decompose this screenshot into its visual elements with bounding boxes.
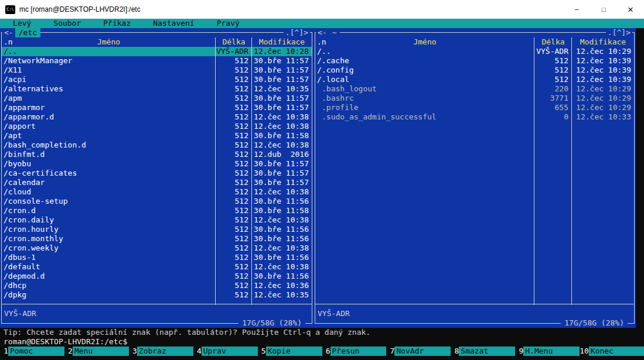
menu-item-3[interactable]: Příkaz bbox=[103, 19, 131, 28]
file-mtime: 30.bře 11:58 bbox=[252, 206, 312, 215]
file-size: 512 bbox=[216, 206, 252, 215]
file-row[interactable]: /.cache51212.čec 10:39 bbox=[315, 56, 634, 66]
right-history-back-icon[interactable]: <- bbox=[316, 28, 329, 37]
file-row[interactable]: /NetworkManager51230.bře 11:57 bbox=[2, 56, 312, 66]
file-row[interactable]: /cron.monthly51230.bře 11:56 bbox=[2, 234, 312, 244]
file-size: 3771 bbox=[534, 94, 572, 103]
fkey-4[interactable]: 4Uprav bbox=[193, 347, 258, 356]
close-button[interactable]: ✕ bbox=[617, 0, 644, 19]
file-row[interactable]: /depmod.d51230.bře 11:56 bbox=[2, 272, 312, 281]
maximize-button[interactable]: □ bbox=[590, 0, 617, 19]
file-mtime: 30.bře 11:58 bbox=[252, 131, 312, 140]
file-size: 512 bbox=[216, 131, 252, 140]
fkey-1[interactable]: 1Pomoc bbox=[0, 347, 64, 356]
column-header-mtime[interactable]: Modifikace bbox=[572, 37, 634, 47]
fkey-label: Smazat bbox=[459, 347, 515, 356]
column-header-size[interactable]: Délka bbox=[216, 37, 252, 47]
file-row[interactable]: /apport51212.čec 10:38 bbox=[2, 122, 312, 131]
file-size: 512 bbox=[216, 187, 252, 197]
fkey-9[interactable]: 9H.Menu bbox=[515, 347, 580, 356]
file-row[interactable]: /alternatives51212.čec 10:35 bbox=[2, 84, 312, 94]
minimize-button[interactable]: – bbox=[563, 0, 590, 19]
left-free-space: 17G/58G (28%) bbox=[238, 318, 305, 328]
file-row[interactable]: /ca-certificates51230.bře 11:57 bbox=[2, 169, 312, 178]
menu-item-4[interactable]: Nastavení bbox=[153, 19, 194, 28]
fkey-label: Kopie bbox=[266, 347, 322, 356]
file-row[interactable]: /apm51230.bře 11:57 bbox=[2, 94, 312, 103]
file-mtime: 12.čec 10:39 bbox=[572, 75, 634, 84]
column-header-name[interactable]: .nJméno bbox=[315, 37, 534, 47]
file-row[interactable]: .bashrc377112.čec 10:29 bbox=[315, 94, 634, 103]
hint-line: Tip: Chcete zadat speciální znak (např. … bbox=[0, 328, 644, 337]
left-column-headers: .nJméno Délka Modifikace bbox=[2, 37, 312, 47]
file-size: 512 bbox=[216, 159, 252, 169]
file-row[interactable]: /..VYŠ-ADR12.čec 10:28 bbox=[2, 47, 312, 56]
file-name: /X11 bbox=[2, 66, 216, 75]
sort-indicator: .n bbox=[317, 37, 326, 47]
file-size: 512 bbox=[216, 84, 252, 94]
file-row[interactable]: /cron.weekly51212.čec 10:38 bbox=[2, 244, 312, 253]
file-size: 512 bbox=[216, 103, 252, 112]
column-header-size[interactable]: Délka bbox=[534, 37, 572, 47]
fkey-number: 7 bbox=[386, 347, 394, 356]
file-row[interactable]: /X1151230.bře 11:57 bbox=[2, 66, 312, 75]
fkey-10[interactable]: 10Konec bbox=[580, 347, 644, 356]
column-separator bbox=[571, 37, 572, 305]
file-row[interactable]: /cloud51212.čec 10:38 bbox=[2, 187, 312, 197]
right-panel-frame-top: <- ~ .[^]> bbox=[314, 28, 636, 37]
column-header-name[interactable]: .nJméno bbox=[2, 37, 216, 47]
fkey-6[interactable]: 6Přesun bbox=[322, 347, 387, 356]
file-row[interactable]: /.local51212.čec 10:39 bbox=[315, 75, 634, 84]
file-row[interactable]: .profile65512.čec 10:29 bbox=[315, 103, 634, 112]
function-keybar: 1Pomoc2Menu3Zobraz4Uprav5Kopie6Přesun7No… bbox=[0, 347, 644, 356]
file-row[interactable]: /cron.hourly51230.bře 11:56 bbox=[2, 225, 312, 234]
file-row[interactable]: /acpi51230.bře 11:57 bbox=[2, 75, 312, 84]
fkey-label: Pomoc bbox=[8, 347, 64, 356]
file-size: 0 bbox=[534, 112, 572, 122]
left-history-back-icon[interactable]: <- bbox=[2, 28, 15, 37]
right-dir-up-icon[interactable]: .[^]> bbox=[606, 28, 632, 37]
file-row[interactable]: .sudo_as_admin_successful012.čec 10:33 bbox=[315, 112, 634, 122]
left-panel-frame-top: <- /etc .[^]> bbox=[0, 28, 314, 37]
fkey-label: NovAdr bbox=[394, 347, 451, 356]
file-mtime: 30.bře 11:56 bbox=[252, 234, 312, 244]
file-size: 512 bbox=[534, 56, 572, 66]
left-panel-path[interactable]: /etc bbox=[15, 28, 40, 37]
file-row[interactable]: /dpkg51212.čec 10:35 bbox=[2, 290, 312, 300]
file-row[interactable]: /dbus-151230.bře 11:56 bbox=[2, 253, 312, 262]
menu-item-1[interactable]: Levý bbox=[13, 19, 31, 28]
file-name: /apparmor bbox=[2, 103, 216, 112]
file-row[interactable]: /console-setup51230.bře 11:56 bbox=[2, 197, 312, 206]
menu-item-2[interactable]: Soubor bbox=[53, 19, 81, 28]
column-header-mtime[interactable]: Modifikace bbox=[252, 37, 312, 47]
file-mtime: 12.čec 10:29 bbox=[572, 103, 634, 112]
fkey-8[interactable]: 8Smazat bbox=[451, 347, 515, 356]
fkey-5[interactable]: 5Kopie bbox=[258, 347, 322, 356]
file-row[interactable]: /default51212.čec 10:38 bbox=[2, 262, 312, 272]
right-panel-path[interactable]: ~ bbox=[329, 28, 340, 37]
file-row[interactable]: /.config51212.čec 10:39 bbox=[315, 66, 634, 75]
file-row[interactable]: /calendar51230.bře 11:57 bbox=[2, 178, 312, 187]
fkey-3[interactable]: 3Zobraz bbox=[129, 347, 193, 356]
left-dir-up-icon[interactable]: .[^]> bbox=[284, 28, 310, 37]
file-row[interactable]: /apt51230.bře 11:58 bbox=[2, 131, 312, 140]
file-size: 512 bbox=[216, 94, 252, 103]
file-size: 512 bbox=[216, 75, 252, 84]
file-row[interactable]: /..VYŠ-ADR12.čec 10:29 bbox=[315, 47, 634, 56]
file-row[interactable]: /cron.d51230.bře 11:58 bbox=[2, 206, 312, 215]
fkey-2[interactable]: 2Menu bbox=[64, 347, 129, 356]
file-row[interactable]: .bash_logout22012.čec 10:29 bbox=[315, 84, 634, 94]
window-title: mc [roman@DESKTOP-LHVDR2I]:/etc bbox=[19, 5, 141, 13]
file-row[interactable]: /dhcp51212.čec 10:36 bbox=[2, 281, 312, 290]
file-row[interactable]: /binfmt.d51212.dub 2016 bbox=[2, 150, 312, 159]
file-row[interactable]: /bash_completion.d51212.čec 10:38 bbox=[2, 140, 312, 150]
command-line[interactable]: roman@DESKTOP-LHVDR2I:/etc$ bbox=[0, 337, 644, 347]
file-row[interactable]: /apparmor.d51212.čec 10:38 bbox=[2, 112, 312, 122]
file-name: /dhcp bbox=[2, 281, 216, 290]
file-row[interactable]: /byobu51230.bře 11:57 bbox=[2, 159, 312, 169]
fkey-7[interactable]: 7NovAdr bbox=[386, 347, 451, 356]
menu-item-5[interactable]: Pravý bbox=[217, 19, 240, 28]
titlebar: C:\ mc [roman@DESKTOP-LHVDR2I]:/etc – □ … bbox=[0, 0, 644, 19]
file-row[interactable]: /apparmor51230.bře 11:57 bbox=[2, 103, 312, 112]
file-row[interactable]: /cron.daily51212.čec 10:38 bbox=[2, 215, 312, 225]
